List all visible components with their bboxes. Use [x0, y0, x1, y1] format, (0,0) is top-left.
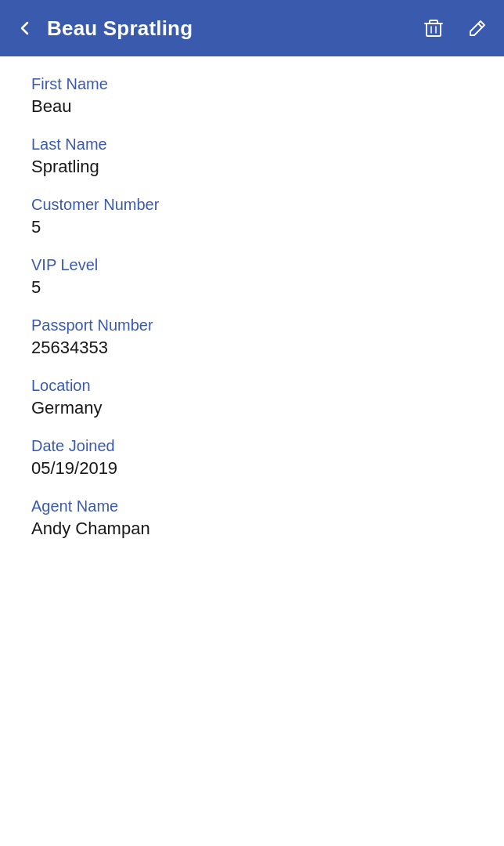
field-group-passport-number: Passport Number25634353 — [31, 316, 473, 358]
field-value-passport-number: 25634353 — [31, 338, 473, 358]
field-group-customer-number: Customer Number5 — [31, 196, 473, 237]
field-value-location: Germany — [31, 398, 473, 418]
field-label-date-joined: Date Joined — [31, 437, 473, 455]
svg-line-5 — [478, 24, 482, 27]
field-group-vip-level: VIP Level5 — [31, 256, 473, 298]
back-button[interactable] — [13, 16, 38, 41]
app-container: Beau Spratling — [0, 0, 504, 577]
svg-rect-2 — [430, 20, 437, 24]
back-icon — [16, 19, 34, 38]
field-label-last-name: Last Name — [31, 136, 473, 154]
header-actions — [419, 14, 491, 42]
field-label-vip-level: VIP Level — [31, 256, 473, 274]
field-group-location: LocationGermany — [31, 377, 473, 418]
field-label-first-name: First Name — [31, 75, 473, 93]
header: Beau Spratling — [0, 0, 504, 56]
field-value-last-name: Spratling — [31, 157, 473, 177]
field-group-last-name: Last NameSpratling — [31, 136, 473, 177]
field-value-agent-name: Andy Champan — [31, 519, 473, 539]
delete-button[interactable] — [419, 14, 448, 42]
field-value-customer-number: 5 — [31, 217, 473, 237]
svg-rect-0 — [427, 24, 441, 36]
edit-button[interactable] — [463, 14, 491, 42]
field-label-location: Location — [31, 377, 473, 395]
field-group-date-joined: Date Joined05/19/2019 — [31, 437, 473, 479]
content-area: First NameBeauLast NameSpratlingCustomer… — [0, 56, 504, 577]
page-title: Beau Spratling — [47, 16, 193, 41]
field-value-date-joined: 05/19/2019 — [31, 458, 473, 479]
field-value-first-name: Beau — [31, 96, 473, 117]
field-group-agent-name: Agent NameAndy Champan — [31, 497, 473, 539]
field-group-first-name: First NameBeau — [31, 75, 473, 117]
field-label-passport-number: Passport Number — [31, 316, 473, 334]
header-left: Beau Spratling — [13, 16, 193, 41]
field-label-customer-number: Customer Number — [31, 196, 473, 214]
field-value-vip-level: 5 — [31, 277, 473, 298]
field-label-agent-name: Agent Name — [31, 497, 473, 515]
